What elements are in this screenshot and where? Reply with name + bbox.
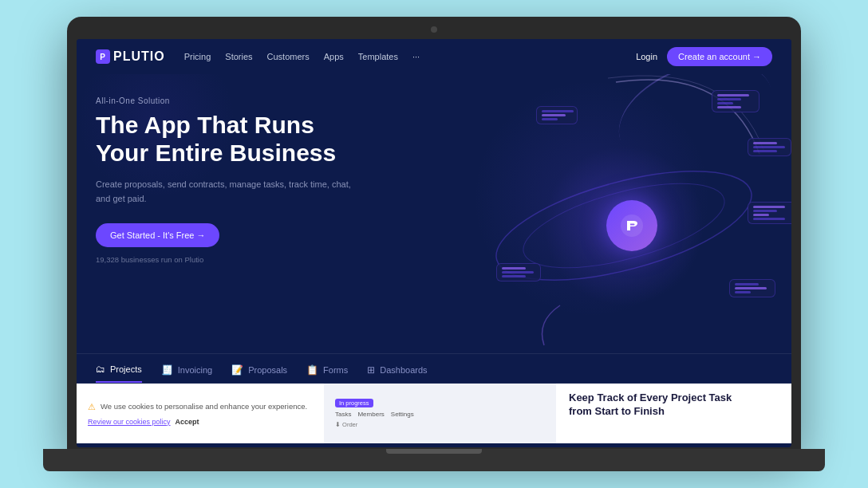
- warning-icon: ⚠: [88, 401, 96, 413]
- logo-text: PLUTIO: [113, 49, 165, 64]
- tab-invoicing-label: Invoicing: [178, 365, 212, 375]
- orb-container: [456, 74, 791, 361]
- hero-section: All-in-One Solution The App That Runs Yo…: [77, 74, 791, 361]
- float-card-4: [729, 279, 775, 297]
- dashboards-icon: ⊞: [367, 364, 375, 376]
- nav-links: Pricing Stories Customers Apps Templates…: [184, 52, 636, 61]
- tab-forms-label: Forms: [323, 365, 348, 375]
- proposals-icon: 📝: [231, 364, 243, 376]
- nav-apps[interactable]: Apps: [324, 52, 344, 61]
- hero-title-line1: The App That Runs: [96, 112, 314, 138]
- hero-title-line2: Your Entire Business: [96, 140, 336, 166]
- laptop-base: [43, 449, 825, 471]
- float-card-6: [496, 263, 541, 281]
- nav-stories[interactable]: Stories: [225, 52, 252, 61]
- nav-templates[interactable]: Templates: [358, 52, 398, 61]
- mini-order: ⬇ Order: [335, 421, 545, 428]
- mini-task-area: In progress Tasks Members Settings ⬇ Ord…: [335, 399, 545, 428]
- nav-actions: Login Create an account →: [636, 47, 772, 66]
- cookie-links: Review our cookies policy Accept: [88, 418, 313, 426]
- get-started-button[interactable]: Get Started - It's Free →: [96, 223, 219, 247]
- hero-graphic: [456, 74, 791, 361]
- tab-proposals[interactable]: 📝 Proposals: [231, 364, 287, 383]
- right-heading: Keep Track of Every Project Task from St…: [569, 392, 779, 419]
- laptop-body: P PLUTIO Pricing Stories Customers Apps …: [67, 17, 801, 451]
- tab-proposals-label: Proposals: [248, 365, 287, 375]
- projects-icon: 🗂: [96, 364, 105, 375]
- screen: P PLUTIO Pricing Stories Customers Apps …: [77, 39, 791, 447]
- tag-in-progress: In progress: [335, 399, 373, 407]
- float-card-3: [748, 202, 791, 224]
- mini-dashboard: In progress Tasks Members Settings ⬇ Ord…: [324, 384, 556, 443]
- nav-pricing[interactable]: Pricing: [184, 52, 211, 61]
- plutio-logo-icon: [619, 213, 645, 238]
- logo[interactable]: P PLUTIO: [96, 49, 165, 64]
- create-account-button[interactable]: Create an account →: [667, 47, 772, 66]
- bottom-section: ⚠ We use cookies to personalise and enha…: [77, 383, 791, 443]
- laptop-camera: [431, 26, 437, 33]
- tab-dashboards[interactable]: ⊞ Dashboards: [367, 364, 427, 383]
- mini-tab-members: Members: [357, 411, 384, 418]
- float-card-1: [712, 90, 760, 112]
- right-heading-line2: from Start to Finish: [569, 405, 665, 417]
- hero-social-proof: 19,328 businesses run on Plutio: [96, 255, 434, 264]
- float-card-5: [536, 106, 578, 124]
- float-card-2: [748, 138, 791, 156]
- tab-projects-label: Projects: [110, 364, 142, 374]
- tab-projects[interactable]: 🗂 Projects: [96, 364, 142, 383]
- logo-icon: P: [96, 49, 110, 64]
- hero-content: All-in-One Solution The App That Runs Yo…: [96, 96, 434, 348]
- nav-more[interactable]: ···: [412, 52, 420, 61]
- center-logo: [606, 200, 657, 251]
- hero-badge: All-in-One Solution: [96, 96, 434, 105]
- hero-title: The App That Runs Your Entire Business: [96, 112, 434, 167]
- cookie-message: We use cookies to personalise and enhanc…: [101, 401, 307, 411]
- cookie-banner: ⚠ We use cookies to personalise and enha…: [77, 384, 324, 443]
- laptop-wrapper: P PLUTIO Pricing Stories Customers Apps …: [67, 17, 801, 471]
- mini-tab-tasks: Tasks: [335, 411, 351, 418]
- nav-customers[interactable]: Customers: [267, 52, 310, 61]
- hero-subtitle: Create proposals, send contracts, manage…: [96, 178, 351, 206]
- cookie-policy-link[interactable]: Review our cookies policy: [88, 418, 171, 426]
- forms-icon: 📋: [306, 364, 318, 376]
- navbar: P PLUTIO Pricing Stories Customers Apps …: [77, 39, 791, 74]
- cookie-text: ⚠ We use cookies to personalise and enha…: [88, 401, 313, 413]
- tab-dashboards-label: Dashboards: [380, 365, 427, 375]
- mini-tags: In progress: [335, 399, 545, 407]
- login-button[interactable]: Login: [636, 52, 657, 61]
- tab-invoicing[interactable]: 🧾 Invoicing: [161, 364, 212, 383]
- invoicing-icon: 🧾: [161, 364, 173, 376]
- right-heading-line1: Keep Track of Every Project Task: [569, 392, 732, 403]
- mini-tab-settings: Settings: [391, 411, 414, 418]
- tab-forms[interactable]: 📋 Forms: [306, 364, 348, 383]
- right-text-panel: Keep Track of Every Project Task from St…: [556, 384, 791, 443]
- cookie-accept-button[interactable]: Accept: [176, 418, 199, 426]
